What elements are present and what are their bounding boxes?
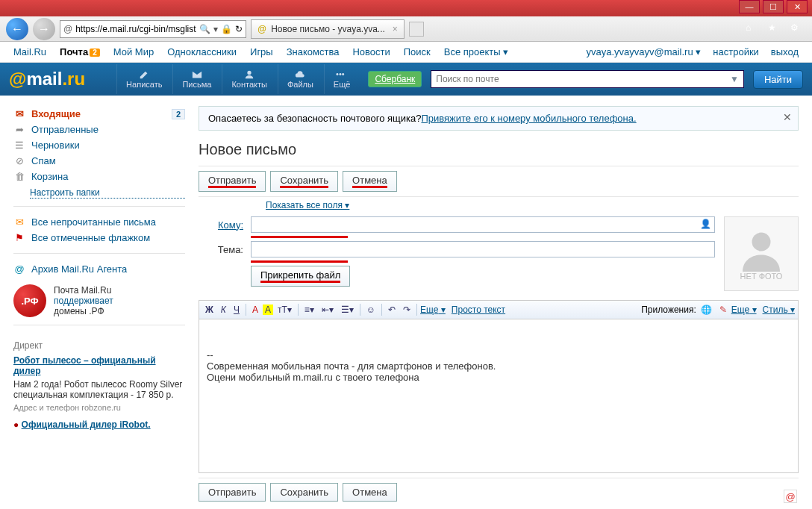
indent-button[interactable]: ⇤▾ <box>319 304 337 316</box>
user-email[interactable]: yvaya.yvayvayv@mail.ru ▾ <box>586 46 701 57</box>
to-field[interactable]: 👤 <box>251 216 715 233</box>
back-button[interactable]: ← <box>6 18 28 40</box>
ad2-link[interactable]: Официальный дилер iRobot. <box>22 419 151 430</box>
style-link[interactable]: Стиль ▾ <box>763 305 795 315</box>
favorites-icon[interactable]: ★ <box>768 22 781 36</box>
forward-button[interactable]: → <box>33 18 55 40</box>
agent-archive[interactable]: @Архив Mail.Ru Агента <box>13 261 185 277</box>
address-bar[interactable]: @ 🔍 ▾ 🔒 ↻ <box>60 20 246 38</box>
save-button-bottom[interactable]: Сохранить <box>270 483 338 502</box>
compose-heading: Новое письмо <box>199 141 799 158</box>
letters-button[interactable]: Письма <box>172 64 220 94</box>
subject-field[interactable] <box>251 241 715 257</box>
undo-button[interactable]: ↶ <box>385 304 399 316</box>
to-input[interactable] <box>254 217 711 232</box>
mail-search-input[interactable] <box>436 74 730 84</box>
refresh-icon[interactable]: ↻ <box>235 24 243 34</box>
nav-mailru[interactable]: Mail.Ru <box>13 46 46 57</box>
nav-odnoklassniki[interactable]: Одноклассники <box>167 46 237 57</box>
home-icon[interactable]: ⌂ <box>746 22 759 36</box>
rf-link[interactable]: поддерживает <box>54 296 113 306</box>
window-close-button[interactable]: ✕ <box>787 0 808 13</box>
window-maximize-button[interactable]: ☐ <box>763 0 784 13</box>
more-button[interactable]: ••• Ещё <box>324 64 360 94</box>
app-translate-icon[interactable]: 🌐 <box>698 304 715 316</box>
window-minimize-button[interactable]: — <box>739 0 760 13</box>
mail-search-box[interactable]: ▼ <box>431 70 744 88</box>
app-card-icon[interactable]: ✎ <box>716 304 730 316</box>
settings-gear-icon[interactable]: ⚙ <box>790 22 804 36</box>
nav-games[interactable]: Игры <box>250 46 273 57</box>
align-button[interactable]: ≡▾ <box>302 304 317 316</box>
browser-tab[interactable]: @ Новое письмо - yvaya.yva... × <box>251 19 405 39</box>
bold-button[interactable]: Ж <box>202 304 216 316</box>
svg-point-1 <box>752 233 771 252</box>
browser-toolbar: ← → @ 🔍 ▾ 🔒 ↻ @ Новое письмо - yvaya.yva… <box>0 16 812 42</box>
search-icon[interactable]: 🔍 <box>199 24 210 34</box>
nav-dating[interactable]: Знакомства <box>287 46 340 57</box>
attach-file-button[interactable]: Прикрепить файл <box>251 266 350 287</box>
subject-label: Тема: <box>199 244 251 255</box>
pencil-icon <box>138 69 150 80</box>
alert-link[interactable]: Привяжите его к номеру мобильного телефо… <box>421 113 636 124</box>
compose-actions-top: Отправить Сохранить Отмена <box>199 166 799 197</box>
agent-indicator-icon[interactable]: @ <box>784 490 797 503</box>
url-input[interactable] <box>75 24 196 34</box>
find-button[interactable]: Найти <box>753 70 803 89</box>
font-color-button[interactable]: A <box>249 304 261 316</box>
filter-unread[interactable]: ✉Все непрочитанные письма <box>13 214 185 230</box>
message-body[interactable]: -- Современная мобильная почта - для сма… <box>199 319 799 473</box>
compose-button[interactable]: Написать <box>116 64 171 94</box>
dropdown-icon[interactable]: ▼ <box>730 74 739 84</box>
mail-badge: 2 <box>90 49 100 57</box>
nav-news[interactable]: Новости <box>352 46 390 57</box>
new-tab-button[interactable] <box>409 22 424 37</box>
contacts-button[interactable]: Контакты <box>222 64 276 94</box>
emoji-button[interactable]: ☺ <box>363 304 378 316</box>
font-size-button[interactable]: тT▾ <box>275 304 295 316</box>
tab-title: Новое письмо - yvaya.yva... <box>271 24 385 34</box>
configure-folders-link[interactable]: Настроить папки <box>30 187 185 199</box>
subject-input[interactable] <box>254 242 711 257</box>
nav-all-projects[interactable]: Все проекты ▾ <box>444 46 509 57</box>
folder-trash[interactable]: 🗑Корзина <box>13 169 185 184</box>
to-label[interactable]: Кому: <box>218 219 243 231</box>
folder-drafts[interactable]: ☰Черновики <box>13 137 185 153</box>
cancel-button-bottom[interactable]: Отмена <box>343 483 397 502</box>
show-all-fields-link[interactable]: Показать все поля ▾ <box>266 200 799 210</box>
alert-close-icon[interactable]: ✕ <box>783 111 792 123</box>
user-icon <box>243 69 255 80</box>
nav-mymir[interactable]: Мой Мир <box>113 46 154 57</box>
nav-mail[interactable]: Почта2 <box>60 46 100 57</box>
compose-area: Опасаетесь за безопасность почтового ящи… <box>199 106 799 506</box>
cancel-button[interactable]: Отмена <box>343 171 397 192</box>
redo-button[interactable]: ↷ <box>400 304 413 316</box>
editor-more-link[interactable]: Еще ▾ <box>420 305 446 315</box>
nav-settings[interactable]: настройки <box>713 46 759 57</box>
nav-search[interactable]: Поиск <box>404 46 431 57</box>
folder-sidebar: ✉ Входящие 2 ➦Отправленные ☰Черновики ⊘С… <box>13 106 185 506</box>
folder-inbox[interactable]: ✉ Входящие 2 <box>13 106 185 122</box>
security-alert: Опасаетесь за безопасность почтового ящи… <box>199 106 799 131</box>
send-button[interactable]: Отправить <box>199 171 266 192</box>
list-button[interactable]: ☰▾ <box>338 304 357 316</box>
at-icon: @ <box>13 263 25 275</box>
bg-color-button[interactable]: A <box>263 305 273 315</box>
folder-spam[interactable]: ⊘Спам <box>13 153 185 169</box>
filter-flagged[interactable]: ⚑Все отмеченные флажком <box>13 230 185 246</box>
nav-exit[interactable]: выход <box>771 46 799 57</box>
send-button-bottom[interactable]: Отправить <box>199 483 266 502</box>
plain-text-link[interactable]: Просто текст <box>452 305 505 315</box>
sberbank-button[interactable]: Сбербанк <box>368 71 422 87</box>
underline-button[interactable]: Ч <box>231 304 243 316</box>
ad1-link[interactable]: Робот пылесос – официальный дилер <box>13 355 156 376</box>
save-button[interactable]: Сохранить <box>270 171 338 192</box>
folder-sent[interactable]: ➦Отправленные <box>13 122 185 137</box>
italic-button[interactable]: К <box>218 304 229 316</box>
mailru-logo[interactable]: @mail.ru <box>9 69 85 90</box>
files-button[interactable]: Файлы <box>278 64 322 94</box>
envelope-icon: ✉ <box>13 108 25 119</box>
apps-more-link[interactable]: Еще ▾ <box>731 305 757 315</box>
tab-close-icon[interactable]: × <box>393 24 398 34</box>
contact-picker-icon[interactable]: 👤 <box>700 219 711 229</box>
